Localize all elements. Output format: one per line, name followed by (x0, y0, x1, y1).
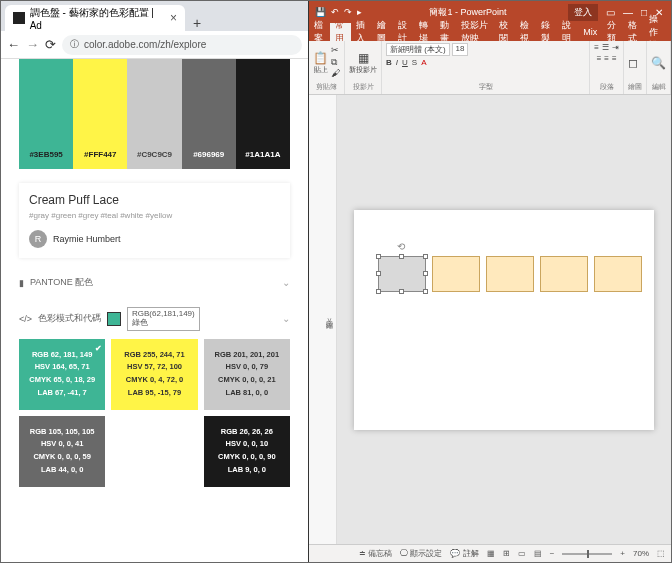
minimize-icon[interactable]: — (623, 7, 633, 18)
tab-transitions[interactable]: 轉場 (414, 23, 435, 41)
cut-button[interactable]: ✂ (331, 45, 340, 57)
align-left-button[interactable]: ≡ (597, 54, 602, 63)
color-value-box[interactable]: RGB 255, 244, 71 HSV 57, 72, 100 CMYK 0,… (111, 339, 197, 410)
code-section[interactable]: </> 色彩模式和代碼 RGB(62,181,149) 綠色 ⌄ (19, 307, 290, 331)
rgb-tooltip: RGB(62,181,149) 綠色 (127, 307, 200, 331)
swatch[interactable]: #FFF447 (73, 59, 127, 169)
tab-slideshow[interactable]: 投影片放映 (456, 23, 494, 41)
tab-help[interactable]: 說明 (557, 23, 578, 41)
slideshow-view-icon[interactable]: ▤ (534, 549, 542, 558)
shape[interactable] (594, 256, 642, 292)
indent-button[interactable]: ⇥ (612, 43, 619, 52)
tab-mix[interactable]: Mix (578, 23, 602, 41)
ribbon-options-icon[interactable]: ▭ (606, 7, 615, 18)
close-icon[interactable]: × (170, 11, 177, 25)
tab-tellme[interactable]: 操作說 (644, 23, 671, 41)
underline-button[interactable]: U (402, 58, 408, 67)
group-clipboard: 📋貼上 ✂ ⧉ 🖌 剪貼簿 (309, 41, 345, 94)
browser-tab[interactable]: 調色盤 - 藝術家的色彩配置 | Ad × (5, 5, 185, 31)
selected-shape[interactable]: ⟲ (378, 256, 426, 292)
paste-button[interactable]: 📋貼上 (313, 51, 328, 75)
notes-button[interactable]: ≐ 備忘稿 (359, 548, 392, 559)
tab-review[interactable]: 校閱 (494, 23, 515, 41)
bullets-button[interactable]: ≡ (594, 43, 599, 52)
save-icon[interactable]: 💾 (315, 7, 326, 17)
author-name: Raymie Humbert (53, 234, 121, 244)
maximize-icon[interactable]: □ (641, 7, 647, 18)
numbering-button[interactable]: ☰ (602, 43, 609, 52)
color-value-box[interactable]: RGB 26, 26, 26 HSV 0, 0, 10 CMYK 0, 0, 0… (204, 416, 290, 487)
redo-icon[interactable]: ↷ (344, 7, 352, 17)
shapes-icon[interactable]: ◻ (628, 56, 638, 70)
zoom-in-button[interactable]: + (620, 549, 625, 558)
color-value-box[interactable]: RGB 105, 105, 105 HSV 0, 0, 41 CMYK 0, 0… (19, 416, 105, 487)
rotate-handle-icon[interactable]: ⟲ (397, 241, 405, 252)
resize-handle[interactable] (399, 254, 404, 259)
outline-pane[interactable]: 縮圖 > (309, 95, 337, 544)
sorter-view-icon[interactable]: ⊞ (503, 549, 510, 558)
url-input[interactable]: ⓘ color.adobe.com/zh/explore (62, 35, 302, 55)
resize-handle[interactable] (423, 271, 428, 276)
swatch[interactable]: #1A1A1A (236, 59, 290, 169)
resize-handle[interactable] (376, 289, 381, 294)
new-tab-button[interactable]: + (185, 15, 209, 31)
swatch[interactable]: #696969 (182, 59, 236, 169)
resize-handle[interactable] (399, 289, 404, 294)
align-right-button[interactable]: ≡ (612, 54, 617, 63)
find-icon[interactable]: 🔍 (651, 56, 666, 70)
font-size-select[interactable]: 18 (452, 43, 469, 56)
zoom-level[interactable]: 70% (633, 549, 649, 558)
tab-draw[interactable]: 繪圖 (372, 23, 393, 41)
start-icon[interactable]: ▸ (357, 7, 362, 17)
comments-button[interactable]: 💬 註解 (450, 548, 478, 559)
strike-button[interactable]: S (412, 58, 417, 67)
swatch[interactable]: #C9C9C9 (127, 59, 181, 169)
resize-handle[interactable] (376, 271, 381, 276)
favicon-icon (13, 12, 25, 24)
tab-insert[interactable]: 插入 (351, 23, 372, 41)
reload-icon[interactable]: ⟳ (45, 37, 56, 52)
shape[interactable] (540, 256, 588, 292)
color-value-box[interactable]: ✔ RGB 62, 181, 149 HSV 164, 65, 71 CMYK … (19, 339, 105, 410)
copy-button[interactable]: ⧉ (331, 57, 340, 69)
group-drawing: ◻ 繪圖 (624, 41, 647, 94)
author-row[interactable]: R Raymie Humbert (29, 230, 280, 248)
font-name-select[interactable]: 新細明體 (本文) (386, 43, 450, 56)
slide-canvas[interactable]: ⟲ (337, 95, 671, 544)
back-icon[interactable]: ← (7, 37, 20, 52)
italic-button[interactable]: I (396, 58, 398, 67)
pantone-section[interactable]: ▮ PANTONE 配色 ⌄ (19, 276, 290, 289)
forward-icon[interactable]: → (26, 37, 39, 52)
swatch[interactable]: #3EB595 (19, 59, 73, 169)
tab-format[interactable]: 格式 (623, 23, 644, 41)
tab-home[interactable]: 常用 (330, 23, 351, 41)
status-bar: ≐ 備忘稿 🖵 顯示設定 💬 註解 ▦ ⊞ ▭ ▤ − + 70% ⬚ (309, 544, 671, 562)
shape[interactable] (486, 256, 534, 292)
color-value-box[interactable]: RGB 201, 201, 201 HSV 0, 0, 79 CMYK 0, 0… (204, 339, 290, 410)
tab-view[interactable]: 檢視 (515, 23, 536, 41)
sign-in-button[interactable]: 登入 (568, 4, 598, 21)
tab-file[interactable]: 檔案 (309, 23, 330, 41)
bold-button[interactable]: B (386, 58, 392, 67)
undo-icon[interactable]: ↶ (331, 7, 339, 17)
reading-view-icon[interactable]: ▭ (518, 549, 526, 558)
tab-classify[interactable]: 分類 (602, 23, 623, 41)
tab-design[interactable]: 設計 (393, 23, 414, 41)
mini-swatch[interactable] (107, 312, 121, 326)
fit-window-icon[interactable]: ⬚ (657, 549, 665, 558)
tab-animations[interactable]: 動畫 (435, 23, 456, 41)
tab-record[interactable]: 錄製 (536, 23, 557, 41)
new-slide-button[interactable]: ▦新投影片 (349, 51, 377, 75)
format-painter-button[interactable]: 🖌 (331, 68, 340, 80)
resize-handle[interactable] (423, 289, 428, 294)
font-color-button[interactable]: A (421, 58, 426, 67)
align-center-button[interactable]: ≡ (604, 54, 609, 63)
ribbon-tabs: 檔案 常用 插入 繪圖 設計 轉場 動畫 投影片放映 校閱 檢視 錄製 說明 M… (309, 23, 671, 41)
shape[interactable] (432, 256, 480, 292)
resize-handle[interactable] (423, 254, 428, 259)
resize-handle[interactable] (376, 254, 381, 259)
zoom-out-button[interactable]: − (550, 549, 555, 558)
zoom-slider[interactable] (562, 553, 612, 555)
display-settings-button[interactable]: 🖵 顯示設定 (400, 548, 442, 559)
normal-view-icon[interactable]: ▦ (487, 549, 495, 558)
